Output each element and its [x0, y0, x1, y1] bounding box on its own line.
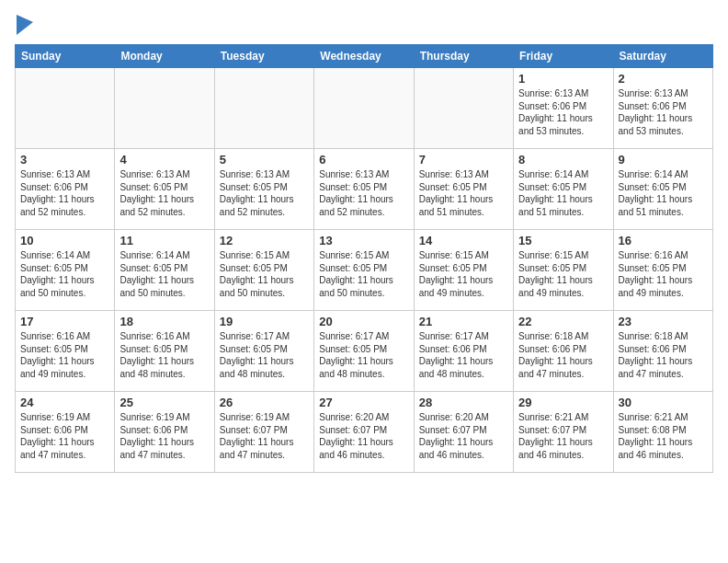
day-number: 14: [419, 234, 508, 247]
day-info: Sunrise: 6:20 AM Sunset: 6:07 PM Dayligh…: [419, 411, 508, 461]
day-info: Sunrise: 6:15 AM Sunset: 6:05 PM Dayligh…: [419, 249, 508, 299]
calendar-cell: 14Sunrise: 6:15 AM Sunset: 6:05 PM Dayli…: [414, 230, 513, 311]
day-number: 11: [119, 234, 209, 247]
day-number: 15: [518, 234, 608, 247]
day-info: Sunrise: 6:20 AM Sunset: 6:07 PM Dayligh…: [319, 411, 408, 461]
day-header-wednesday: Wednesday: [314, 45, 414, 68]
day-number: 10: [20, 234, 109, 247]
page-container: SundayMondayTuesdayWednesdayThursdayFrid…: [0, 0, 728, 482]
day-info: Sunrise: 6:17 AM Sunset: 6:06 PM Dayligh…: [419, 330, 508, 380]
day-info: Sunrise: 6:21 AM Sunset: 6:08 PM Dayligh…: [619, 411, 708, 461]
svg-marker-0: [17, 15, 33, 35]
day-number: 6: [319, 153, 408, 167]
day-number: 2: [619, 72, 708, 86]
day-number: 9: [619, 153, 708, 167]
calendar-cell: 15Sunrise: 6:15 AM Sunset: 6:05 PM Dayli…: [514, 230, 613, 311]
calendar-cell: 2Sunrise: 6:13 AM Sunset: 6:06 PM Daylig…: [613, 68, 712, 149]
day-number: 4: [119, 153, 209, 167]
calendar-cell: 27Sunrise: 6:20 AM Sunset: 6:07 PM Dayli…: [314, 392, 414, 473]
day-info: Sunrise: 6:16 AM Sunset: 6:05 PM Dayligh…: [20, 330, 109, 380]
day-info: Sunrise: 6:14 AM Sunset: 6:05 PM Dayligh…: [619, 168, 708, 218]
day-info: Sunrise: 6:15 AM Sunset: 6:05 PM Dayligh…: [220, 249, 309, 299]
calendar-cell: 19Sunrise: 6:17 AM Sunset: 6:05 PM Dayli…: [214, 311, 313, 392]
day-number: 13: [319, 234, 408, 247]
day-number: 26: [220, 396, 309, 409]
day-number: 19: [220, 315, 309, 328]
day-number: 25: [119, 396, 209, 409]
day-info: Sunrise: 6:21 AM Sunset: 6:07 PM Dayligh…: [518, 411, 608, 461]
logo-icon: [17, 15, 33, 35]
calendar-cell: 18Sunrise: 6:16 AM Sunset: 6:05 PM Dayli…: [115, 311, 214, 392]
day-info: Sunrise: 6:15 AM Sunset: 6:05 PM Dayligh…: [319, 249, 408, 299]
week-row-2: 3Sunrise: 6:13 AM Sunset: 6:06 PM Daylig…: [16, 149, 713, 230]
day-info: Sunrise: 6:19 AM Sunset: 6:07 PM Dayligh…: [220, 411, 309, 461]
day-header-tuesday: Tuesday: [214, 45, 313, 68]
day-info: Sunrise: 6:19 AM Sunset: 6:06 PM Dayligh…: [20, 411, 109, 461]
day-number: 20: [319, 315, 408, 328]
week-row-1: 1Sunrise: 6:13 AM Sunset: 6:06 PM Daylig…: [16, 68, 713, 149]
day-info: Sunrise: 6:19 AM Sunset: 6:06 PM Dayligh…: [119, 411, 209, 461]
day-info: Sunrise: 6:13 AM Sunset: 6:05 PM Dayligh…: [220, 168, 309, 218]
calendar-cell: 6Sunrise: 6:13 AM Sunset: 6:05 PM Daylig…: [314, 149, 414, 230]
day-info: Sunrise: 6:16 AM Sunset: 6:05 PM Dayligh…: [119, 330, 209, 380]
day-info: Sunrise: 6:16 AM Sunset: 6:05 PM Dayligh…: [619, 249, 708, 299]
calendar-cell: 3Sunrise: 6:13 AM Sunset: 6:06 PM Daylig…: [16, 149, 115, 230]
header: [15, 15, 713, 35]
calendar-cell: 11Sunrise: 6:14 AM Sunset: 6:05 PM Dayli…: [115, 230, 214, 311]
day-number: 3: [20, 153, 109, 167]
day-number: 30: [619, 396, 708, 409]
week-row-5: 24Sunrise: 6:19 AM Sunset: 6:06 PM Dayli…: [16, 392, 713, 473]
day-info: Sunrise: 6:18 AM Sunset: 6:06 PM Dayligh…: [619, 330, 708, 380]
day-info: Sunrise: 6:17 AM Sunset: 6:05 PM Dayligh…: [220, 330, 309, 380]
calendar-cell: [115, 68, 214, 149]
day-header-friday: Friday: [514, 45, 613, 68]
day-number: 22: [518, 315, 608, 328]
day-number: 8: [518, 153, 608, 167]
calendar-cell: 23Sunrise: 6:18 AM Sunset: 6:06 PM Dayli…: [613, 311, 712, 392]
day-info: Sunrise: 6:14 AM Sunset: 6:05 PM Dayligh…: [20, 249, 109, 299]
logo: [15, 15, 33, 35]
day-number: 12: [220, 234, 309, 247]
calendar-cell: 1Sunrise: 6:13 AM Sunset: 6:06 PM Daylig…: [514, 68, 613, 149]
calendar-cell: 24Sunrise: 6:19 AM Sunset: 6:06 PM Dayli…: [16, 392, 115, 473]
calendar-cell: 8Sunrise: 6:14 AM Sunset: 6:05 PM Daylig…: [514, 149, 613, 230]
day-info: Sunrise: 6:15 AM Sunset: 6:05 PM Dayligh…: [518, 249, 608, 299]
day-number: 7: [419, 153, 508, 167]
day-number: 17: [20, 315, 109, 328]
calendar-cell: 5Sunrise: 6:13 AM Sunset: 6:05 PM Daylig…: [214, 149, 313, 230]
calendar-cell: 13Sunrise: 6:15 AM Sunset: 6:05 PM Dayli…: [314, 230, 414, 311]
calendar-cell: [314, 68, 414, 149]
day-info: Sunrise: 6:14 AM Sunset: 6:05 PM Dayligh…: [518, 168, 608, 218]
day-number: 5: [220, 153, 309, 167]
calendar-cell: [214, 68, 313, 149]
day-info: Sunrise: 6:13 AM Sunset: 6:05 PM Dayligh…: [319, 168, 408, 218]
calendar-cell: 21Sunrise: 6:17 AM Sunset: 6:06 PM Dayli…: [414, 311, 513, 392]
day-number: 23: [619, 315, 708, 328]
calendar-cell: 9Sunrise: 6:14 AM Sunset: 6:05 PM Daylig…: [613, 149, 712, 230]
week-row-4: 17Sunrise: 6:16 AM Sunset: 6:05 PM Dayli…: [16, 311, 713, 392]
day-info: Sunrise: 6:13 AM Sunset: 6:05 PM Dayligh…: [119, 168, 209, 218]
day-header-sunday: Sunday: [16, 45, 115, 68]
calendar-cell: 29Sunrise: 6:21 AM Sunset: 6:07 PM Dayli…: [514, 392, 613, 473]
calendar-cell: [414, 68, 513, 149]
week-row-3: 10Sunrise: 6:14 AM Sunset: 6:05 PM Dayli…: [16, 230, 713, 311]
day-number: 28: [419, 396, 508, 409]
calendar-cell: 4Sunrise: 6:13 AM Sunset: 6:05 PM Daylig…: [115, 149, 214, 230]
day-number: 27: [319, 396, 408, 409]
calendar-cell: 26Sunrise: 6:19 AM Sunset: 6:07 PM Dayli…: [214, 392, 313, 473]
day-number: 24: [20, 396, 109, 409]
day-header-saturday: Saturday: [613, 45, 712, 68]
day-info: Sunrise: 6:13 AM Sunset: 6:06 PM Dayligh…: [20, 168, 109, 218]
calendar-cell: 17Sunrise: 6:16 AM Sunset: 6:05 PM Dayli…: [16, 311, 115, 392]
calendar-cell: 28Sunrise: 6:20 AM Sunset: 6:07 PM Dayli…: [414, 392, 513, 473]
calendar-cell: 16Sunrise: 6:16 AM Sunset: 6:05 PM Dayli…: [613, 230, 712, 311]
calendar-cell: 25Sunrise: 6:19 AM Sunset: 6:06 PM Dayli…: [115, 392, 214, 473]
day-number: 1: [518, 72, 608, 86]
calendar-cell: 12Sunrise: 6:15 AM Sunset: 6:05 PM Dayli…: [214, 230, 313, 311]
day-info: Sunrise: 6:17 AM Sunset: 6:05 PM Dayligh…: [319, 330, 408, 380]
calendar-cell: 22Sunrise: 6:18 AM Sunset: 6:06 PM Dayli…: [514, 311, 613, 392]
calendar-table: SundayMondayTuesdayWednesdayThursdayFrid…: [15, 44, 713, 473]
day-info: Sunrise: 6:14 AM Sunset: 6:05 PM Dayligh…: [119, 249, 209, 299]
day-info: Sunrise: 6:13 AM Sunset: 6:06 PM Dayligh…: [518, 87, 608, 137]
day-header-monday: Monday: [115, 45, 214, 68]
